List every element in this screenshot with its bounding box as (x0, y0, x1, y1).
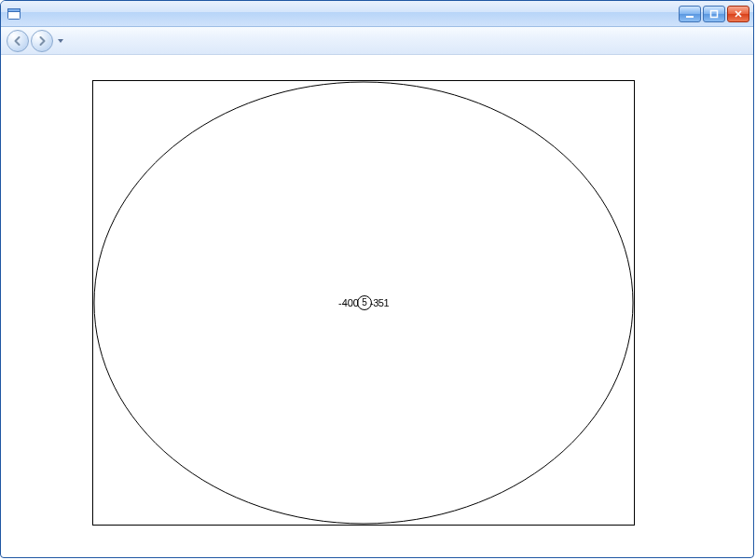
center-label-right: -351 (370, 297, 389, 308)
svg-rect-2 (686, 16, 694, 18)
close-button[interactable] (727, 6, 749, 22)
center-label-left: -400 (338, 297, 359, 308)
svg-rect-1 (8, 8, 21, 11)
app-icon (7, 7, 21, 21)
minimize-button[interactable] (679, 6, 701, 22)
canvas-rectangle: -400 5 -351 (92, 80, 635, 526)
forward-button[interactable] (31, 30, 53, 52)
maximize-button[interactable] (703, 6, 725, 22)
window-control-buttons (679, 6, 749, 22)
back-button[interactable] (7, 30, 29, 52)
svg-rect-3 (711, 10, 718, 17)
content-area: -400 5 -351 (5, 57, 749, 553)
navigation-bar (1, 27, 753, 55)
nav-history-dropdown[interactable] (55, 30, 66, 52)
app-window: -400 5 -351 (0, 0, 754, 558)
titlebar (1, 1, 753, 27)
center-label-group: -400 5 -351 (338, 295, 389, 310)
